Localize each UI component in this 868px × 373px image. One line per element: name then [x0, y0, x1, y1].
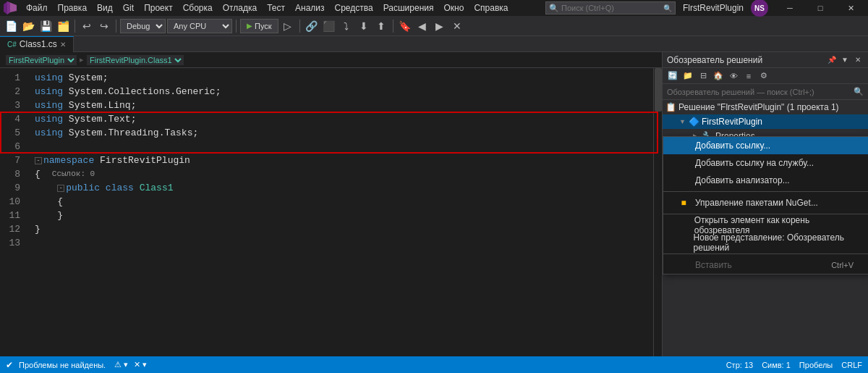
menu-file[interactable]: Файл	[22, 1, 52, 14]
menu-project[interactable]: Проект	[140, 1, 177, 14]
code-content[interactable]: using System; using System.Collections.G…	[29, 68, 653, 356]
project-arrow[interactable]: ▼	[679, 118, 686, 125]
menu-debug[interactable]: Отладка	[218, 1, 261, 14]
open-btn[interactable]: 📂	[20, 18, 36, 34]
ctx-add-analyzer-label: Добавить анализатор...	[695, 175, 790, 185]
menu-build[interactable]: Сборка	[179, 1, 217, 14]
home-btn[interactable]: 🏠	[711, 69, 726, 83]
tab-class1[interactable]: C# Class1.cs ✕	[0, 36, 74, 52]
step-over-btn[interactable]: ⤵	[339, 18, 354, 34]
panel-pin-btn[interactable]: 📌	[826, 54, 838, 66]
menu-help[interactable]: Справка	[469, 1, 512, 14]
tree-project[interactable]: ▼ 🔷 FirstRevitPlugin	[663, 114, 868, 129]
undo-btn[interactable]: ↩	[79, 18, 95, 34]
collapse-all-btn[interactable]: ⊟	[696, 69, 710, 83]
run-without-debug-btn[interactable]: ▷	[280, 18, 296, 34]
settings-btn[interactable]: ⚙	[757, 69, 771, 83]
ctx-add-service-label: Добавить ссылку на службу...	[695, 158, 814, 168]
editor-breadcrumb: FirstRevitPlugin ▸ FirstRevitPlugin.Clas…	[0, 52, 662, 68]
new-project-btn[interactable]: 📄	[3, 18, 19, 34]
solution-icon: 📋	[665, 102, 676, 112]
separator-3	[236, 20, 237, 33]
close-button[interactable]: ✕	[836, 0, 865, 16]
ctx-add-reference[interactable]: Добавить ссылку...	[663, 137, 868, 154]
step-into-btn[interactable]: ⬇	[356, 18, 372, 34]
collapse-btn-7[interactable]: -	[35, 157, 42, 164]
class-selector[interactable]: FirstRevitPlugin.Class1	[87, 55, 184, 65]
breakpoints-btn[interactable]: ⬛	[321, 18, 337, 34]
save-btn[interactable]: 💾	[38, 18, 54, 34]
show-files-btn[interactable]: 📁	[681, 69, 695, 83]
menu-analyze[interactable]: Анализ	[291, 1, 329, 14]
bookmark-btn[interactable]: 🔖	[397, 18, 413, 34]
ctx-separator-3	[663, 253, 868, 254]
clear-bookmarks-btn[interactable]: ✕	[449, 18, 465, 34]
play-icon: ▶	[247, 22, 252, 30]
menu-git[interactable]: Git	[119, 1, 138, 14]
ctx-separator-1	[663, 191, 868, 192]
nuget-icon: ■	[678, 198, 689, 208]
tab-close-btn[interactable]: ✕	[60, 41, 66, 49]
ctx-new-view-label: Новое представление: Обозреватель решени…	[694, 232, 854, 253]
editor-scroll-thumb[interactable]	[655, 68, 662, 112]
solution-panel: Обозреватель решений 📌 ▼ ✕ 🔄 📁 ⊟ 🏠 👁 ≡ ⚙…	[662, 52, 868, 356]
menu-edit[interactable]: Правка	[54, 1, 92, 14]
separator-4	[299, 20, 300, 33]
step-out-btn[interactable]: ⬆	[373, 18, 389, 34]
next-bookmark-btn[interactable]: ▶	[432, 18, 448, 34]
file-selector[interactable]: FirstRevitPlugin	[6, 55, 77, 65]
ctx-paste-label: Вставить	[695, 260, 732, 270]
panel-search-input[interactable]	[667, 88, 854, 96]
search-input[interactable]	[561, 4, 663, 12]
show-preview-btn[interactable]: 👁	[726, 69, 741, 83]
config-dropdown[interactable]: Debug	[120, 19, 166, 33]
window-title: FlrstRevitPlugin	[683, 3, 744, 13]
code-line-1: using System;	[35, 71, 653, 85]
maximize-button[interactable]: □	[806, 0, 835, 16]
prev-bookmark-btn[interactable]: ◀	[414, 18, 430, 34]
menu-tools[interactable]: Средства	[331, 1, 378, 14]
ctx-nuget[interactable]: ■ Управление пакетами NuGet...	[663, 194, 868, 211]
filter-btn[interactable]: ≡	[741, 69, 756, 83]
ctx-paste[interactable]: Вставить Ctrl+V	[663, 256, 868, 274]
user-avatar: NS	[751, 0, 768, 17]
menu-bar: Файл Правка Вид Git Проект Сборка Отладк…	[0, 0, 868, 16]
redo-btn[interactable]: ↪	[96, 18, 112, 34]
editor-scrollbar[interactable]	[653, 68, 662, 356]
warnings-icon: ⚠ ▾	[114, 360, 128, 369]
encoding-indicator: CRLF	[841, 361, 862, 369]
spaces-indicator: Пробелы	[799, 361, 833, 369]
panel-dropdown-btn[interactable]: ▼	[839, 54, 851, 66]
panel-title-bar: Обозреватель решений 📌 ▼ ✕	[663, 52, 868, 68]
status-right: Стр: 13 Симв: 1 Пробелы CRLF	[726, 361, 862, 369]
attach-btn[interactable]: 🔗	[304, 18, 320, 34]
search-icon: 🔍	[549, 4, 559, 13]
menu-test[interactable]: Тест	[263, 1, 289, 14]
platform-dropdown[interactable]: Any CPU	[167, 19, 232, 33]
ctx-add-service-reference[interactable]: Добавить ссылку на службу...	[663, 154, 868, 172]
ctx-open-as-root[interactable]: Открыть элемент как корень обозревателя	[663, 217, 868, 234]
sync-btn[interactable]: 🔄	[665, 69, 680, 83]
panel-search-icon: 🔍	[854, 87, 864, 96]
menu-extensions[interactable]: Расширения	[379, 1, 438, 14]
ctx-new-view[interactable]: Новое представление: Обозреватель решени…	[663, 234, 868, 251]
ref-count: Ссылок: 0	[52, 167, 95, 181]
search-box[interactable]: 🔍 🔍	[545, 1, 676, 14]
menu-window[interactable]: Окно	[439, 1, 468, 14]
separator-2	[116, 20, 116, 33]
panel-search: 🔍	[663, 84, 868, 100]
ctx-separator-2	[663, 214, 868, 214]
run-label: Пуск	[255, 22, 272, 30]
menu-view[interactable]: Вид	[93, 1, 117, 14]
save-all-btn[interactable]: 🗂️	[55, 18, 71, 34]
panel-toolbar: 🔄 📁 ⊟ 🏠 👁 ≡ ⚙	[663, 68, 868, 84]
tree-solution[interactable]: 📋 Решение "FlrstRevitPlugin" (1 проекта …	[663, 100, 868, 114]
code-line-7: -namespace FirstRevitPlugin	[35, 154, 653, 167]
panel-close-btn[interactable]: ✕	[852, 54, 864, 66]
run-button[interactable]: ▶ Пуск	[240, 19, 278, 33]
ctx-add-analyzer[interactable]: Добавить анализатор...	[663, 172, 868, 189]
minimize-button[interactable]: ─	[775, 0, 804, 16]
collapse-btn-9[interactable]: -	[57, 185, 64, 192]
context-menu: Добавить ссылку... Добавить ссылку на сл…	[663, 136, 868, 274]
code-line-12: }	[35, 222, 653, 236]
